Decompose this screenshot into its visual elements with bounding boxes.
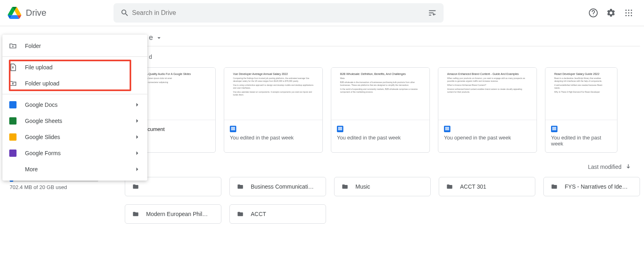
docs-icon <box>337 126 343 132</box>
menu-label: Google Sheets <box>25 118 62 124</box>
folder-item[interactable]: ACCT 301 <box>439 177 535 196</box>
chevron-right-icon <box>134 166 141 173</box>
search-icon[interactable] <box>118 6 132 20</box>
folder-item[interactable]: Business Communicati… <box>229 177 326 196</box>
docs-icon <box>230 126 236 132</box>
svg-point-6 <box>628 12 629 13</box>
help-icon[interactable] <box>588 8 598 18</box>
menu-new-folder[interactable]: Folder <box>2 38 147 54</box>
folder-name: Modern European Phil… <box>146 211 208 217</box>
chevron-right-icon <box>134 133 141 141</box>
menu-label: Google Forms <box>25 150 61 156</box>
folder-icon <box>446 183 454 190</box>
new-folder-icon <box>9 42 17 50</box>
chevron-right-icon <box>134 117 141 125</box>
menu-folder-upload[interactable]: Folder upload <box>2 75 147 91</box>
folder-icon <box>550 183 558 190</box>
svg-point-4 <box>631 10 632 11</box>
search-input[interactable] <box>132 9 425 17</box>
card-preview: React Developer Salary Guide 2022 React … <box>545 68 617 120</box>
settings-icon[interactable] <box>606 8 616 18</box>
menu-file-upload[interactable]: File upload <box>2 59 147 75</box>
sheets-icon <box>9 117 17 125</box>
svg-point-3 <box>628 10 629 11</box>
chevron-down-icon <box>155 34 163 42</box>
docs-icon <box>551 126 557 132</box>
sort-label[interactable]: Last modified <box>588 164 621 170</box>
logo-area[interactable]: Drive <box>6 5 111 21</box>
folder-name: ACCT <box>251 211 266 217</box>
menu-label: File upload <box>25 64 53 71</box>
suggested-card[interactable]: B2B Wholesale: Definition, Benefits, And… <box>331 67 430 153</box>
card-preview: Amazon Enhanced Brand Content - Guide An… <box>438 68 537 120</box>
svg-point-9 <box>628 15 629 16</box>
folder-name: Music <box>355 183 370 190</box>
menu-more[interactable]: More <box>2 161 147 177</box>
apps-grid-icon[interactable] <box>624 8 634 18</box>
file-upload-icon <box>9 63 17 71</box>
folder-icon <box>341 183 349 190</box>
folder-name: Business Communicati… <box>251 183 314 190</box>
docs-icon <box>9 101 17 109</box>
new-context-menu: Folder File upload Folder upload Google … <box>2 35 147 181</box>
folder-icon <box>236 211 244 217</box>
suggested-row: How To Add High-Quality Audio For A Goog… <box>113 60 644 153</box>
svg-point-10 <box>631 15 632 16</box>
drive-logo-icon <box>6 5 23 21</box>
menu-label: Google Docs <box>25 102 58 108</box>
folder-upload-icon <box>9 79 17 87</box>
suggested-card[interactable]: Vue Developer Average Annual Salary 2022… <box>224 67 323 153</box>
folder-icon <box>132 183 140 190</box>
folders-row: Business Communicati…MusicACCT 301FYS - … <box>113 170 644 224</box>
forms-icon <box>9 149 17 157</box>
svg-point-8 <box>625 15 627 16</box>
blank-icon <box>9 165 17 173</box>
suggested-card[interactable]: Amazon Enhanced Brand Content - Guide An… <box>438 67 537 153</box>
svg-point-7 <box>631 12 632 13</box>
search-options-icon[interactable] <box>425 6 440 20</box>
svg-point-1 <box>593 15 594 16</box>
menu-label: Google Slides <box>25 134 60 140</box>
card-subtitle: You edited in the past week <box>230 135 317 141</box>
storage-text: 702.4 MB of 20 GB used <box>0 184 105 190</box>
card-preview: Vue Developer Average Annual Salary 2022… <box>224 68 322 120</box>
chevron-right-icon <box>134 150 141 157</box>
menu-google-docs[interactable]: Google Docs <box>2 97 147 113</box>
folder-item[interactable]: FYS - Narratives of Ide… <box>543 177 640 196</box>
folder-icon <box>132 211 140 217</box>
menu-google-slides[interactable]: Google Slides <box>2 129 147 145</box>
card-subtitle: You edited in the past week <box>551 135 611 147</box>
docs-icon <box>444 126 450 132</box>
main-area: e d How To Add High-Quality Audio For A … <box>113 26 644 224</box>
menu-label: Folder <box>25 43 41 49</box>
menu-label: Folder upload <box>25 80 60 87</box>
folder-item[interactable]: Modern European Phil… <box>125 204 221 224</box>
folder-icon <box>236 183 244 190</box>
svg-point-5 <box>625 12 627 13</box>
folder-item[interactable]: ACCT <box>229 204 326 224</box>
menu-google-forms[interactable]: Google Forms <box>2 145 147 161</box>
slides-icon <box>9 133 17 141</box>
breadcrumb-text: e <box>149 33 153 42</box>
folders-header: Folders Last modified <box>125 163 632 170</box>
chevron-right-icon <box>134 101 141 108</box>
search-bar[interactable] <box>114 3 444 23</box>
suggested-card[interactable]: React Developer Salary Guide 2022 React … <box>545 67 617 153</box>
header: Drive <box>0 0 644 26</box>
app-name: Drive <box>26 8 46 18</box>
suggested-label: d <box>149 54 644 60</box>
card-subtitle: You edited in the past week <box>337 135 424 141</box>
breadcrumb[interactable]: e <box>149 33 644 42</box>
sort-arrow-icon[interactable] <box>625 163 632 170</box>
header-icons <box>588 8 634 18</box>
menu-label: More <box>25 166 38 172</box>
folder-name: ACCT 301 <box>460 183 486 190</box>
card-preview: B2B Wholesale: Definition, Benefits, And… <box>331 68 429 120</box>
folder-name: FYS - Narratives of Ide… <box>565 183 627 190</box>
menu-google-sheets[interactable]: Google Sheets <box>2 113 147 129</box>
card-subtitle: You opened in the past week <box>444 135 531 141</box>
svg-point-2 <box>625 10 627 11</box>
folder-item[interactable]: Music <box>334 177 431 196</box>
